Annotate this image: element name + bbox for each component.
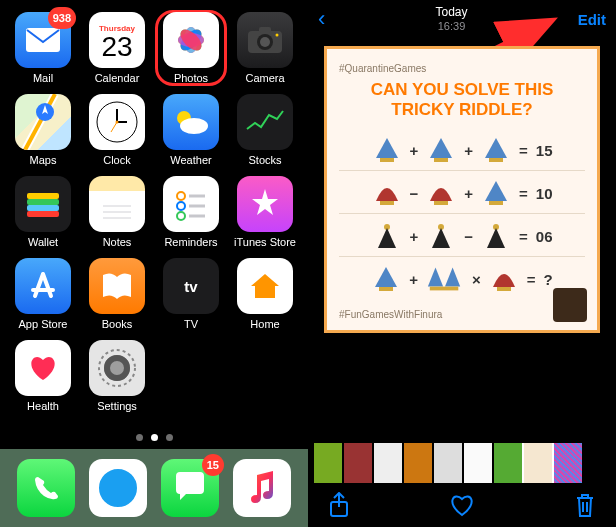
svg-rect-40 <box>380 158 394 162</box>
equation-row: + × = ? <box>339 259 585 299</box>
home-icon <box>237 258 293 314</box>
app-home[interactable]: Home <box>231 258 299 330</box>
app-appstore[interactable]: App Store <box>9 258 77 330</box>
app-itunes[interactable]: iTunes Store <box>231 176 299 248</box>
page-dot[interactable] <box>136 434 143 441</box>
black-triangle-icon <box>426 222 456 250</box>
card-footer-tag: #FunGamesWithFinura <box>339 309 585 320</box>
books-icon <box>89 258 145 314</box>
page-dot[interactable] <box>151 434 158 441</box>
app-tv[interactable]: tv TV <box>157 258 225 330</box>
app-reminders[interactable]: Reminders <box>157 176 225 248</box>
app-label: iTunes Store <box>234 236 296 248</box>
svg-rect-10 <box>259 27 271 33</box>
svg-rect-49 <box>379 287 393 291</box>
page-dot[interactable] <box>166 434 173 441</box>
bottom-toolbar <box>308 483 616 527</box>
like-button[interactable] <box>449 493 475 517</box>
app-safari[interactable] <box>89 459 147 517</box>
thumbnail[interactable] <box>344 443 372 483</box>
app-music[interactable] <box>233 459 291 517</box>
weather-icon <box>163 94 219 150</box>
svg-point-13 <box>276 34 279 37</box>
photos-icon <box>163 12 219 68</box>
svg-rect-42 <box>489 158 503 162</box>
svg-rect-43 <box>380 201 394 205</box>
app-label: Stocks <box>248 154 281 166</box>
result: 06 <box>536 228 553 245</box>
badge: 15 <box>202 454 224 476</box>
home-screen: 938 Mail Thursday 23 Calendar <box>0 0 308 527</box>
wallet-icon <box>15 176 71 232</box>
app-messages[interactable]: 15 <box>161 459 219 517</box>
op: × <box>472 271 481 288</box>
thumbnail[interactable] <box>524 443 552 483</box>
thumbnail[interactable] <box>554 443 582 483</box>
app-grid: 938 Mail Thursday 23 Calendar <box>0 0 308 412</box>
equation-row: − + = 10 <box>339 173 585 214</box>
app-calendar[interactable]: Thursday 23 Calendar <box>83 12 151 84</box>
riddle-image: #QuarantineGames CAN YOU SOLVE THIS TRIC… <box>324 46 600 333</box>
op: + <box>464 142 473 159</box>
app-notes[interactable]: Notes <box>83 176 151 248</box>
svg-rect-22 <box>27 193 59 199</box>
app-maps[interactable]: Maps <box>9 94 77 166</box>
svg-rect-23 <box>27 199 59 205</box>
maps-icon <box>15 94 71 150</box>
app-phone[interactable] <box>17 459 75 517</box>
blue-cone-icon <box>481 136 511 164</box>
blue-cone-icon <box>481 179 511 207</box>
app-health[interactable]: Health <box>9 340 77 412</box>
app-label: Maps <box>30 154 57 166</box>
app-label: Photos <box>174 72 208 84</box>
appstore-icon <box>15 258 71 314</box>
tv-icon: tv <box>163 258 219 314</box>
svg-point-19 <box>116 121 119 124</box>
app-photos[interactable]: Photos <box>157 12 225 84</box>
share-button[interactable] <box>328 492 350 518</box>
app-camera[interactable]: Camera <box>231 12 299 84</box>
app-books[interactable]: Books <box>83 258 151 330</box>
blue-cone-double-icon <box>426 265 464 293</box>
app-label: Health <box>27 400 59 412</box>
itunes-icon <box>237 176 293 232</box>
svg-rect-0 <box>26 28 60 52</box>
app-weather[interactable]: Weather <box>157 94 225 166</box>
back-button[interactable]: ‹ <box>318 6 325 32</box>
op: + <box>409 271 418 288</box>
app-label: App Store <box>19 318 68 330</box>
op: = <box>519 142 528 159</box>
red-dome-icon <box>372 179 402 207</box>
equation-row: + − = 06 <box>339 216 585 257</box>
thumbnail[interactable] <box>314 443 342 483</box>
page-indicator <box>0 434 308 441</box>
nav-timestamp: 16:39 <box>435 19 467 33</box>
thumbnail[interactable] <box>434 443 462 483</box>
op: − <box>410 185 419 202</box>
photo-viewer[interactable]: #QuarantineGames CAN YOU SOLVE THIS TRIC… <box>308 38 616 341</box>
thumbnail[interactable] <box>494 443 522 483</box>
app-stocks[interactable]: Stocks <box>231 94 299 166</box>
notes-icon <box>89 176 145 232</box>
settings-icon <box>89 340 145 396</box>
red-dome-icon <box>489 265 519 293</box>
edit-button[interactable]: Edit <box>578 11 606 28</box>
op: = <box>519 228 528 245</box>
app-label: Weather <box>170 154 211 166</box>
app-label: Settings <box>97 400 137 412</box>
thumbnail[interactable] <box>404 443 432 483</box>
app-clock[interactable]: Clock <box>83 94 151 166</box>
app-label: Clock <box>103 154 131 166</box>
op: = <box>527 271 536 288</box>
delete-button[interactable] <box>574 492 596 518</box>
thumbnail[interactable] <box>374 443 402 483</box>
app-label: Notes <box>103 236 132 248</box>
thumbnail[interactable] <box>464 443 492 483</box>
thumbnail-strip[interactable] <box>308 443 616 483</box>
app-wallet[interactable]: Wallet <box>9 176 77 248</box>
app-label: Camera <box>245 72 284 84</box>
svg-rect-44 <box>434 201 448 205</box>
app-settings[interactable]: Settings <box>83 340 151 412</box>
app-mail[interactable]: 938 Mail <box>9 12 77 84</box>
svg-rect-51 <box>497 287 511 291</box>
